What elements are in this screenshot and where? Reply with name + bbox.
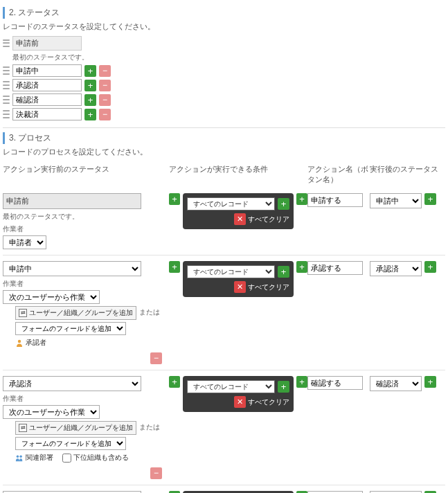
condition-box: すべてのレコード+✕ すべてクリア: [183, 193, 294, 229]
status-input[interactable]: [12, 79, 82, 91]
process-header: アクション実行前のステータス アクションが実行できる条件 アクション名（ボタン名…: [3, 161, 445, 188]
add-button[interactable]: +: [296, 193, 307, 205]
condition-select[interactable]: すべてのレコード: [187, 265, 275, 278]
add-button[interactable]: +: [296, 261, 307, 273]
user-chip: 関連部署下位組織も含める: [15, 453, 129, 463]
org-btn-label: ユーザー／組織／グループを追加: [29, 308, 133, 318]
after-status-select[interactable]: 申請中: [370, 193, 422, 208]
svg-point-0: [18, 340, 21, 343]
status-first-input: 申請前: [12, 36, 82, 51]
clear-all-button[interactable]: ✕ すべてクリア: [234, 213, 289, 225]
condition-box: すべてのレコード+✕ すべてクリア: [183, 261, 294, 297]
add-button[interactable]: +: [84, 109, 96, 120]
action-name-input[interactable]: [307, 376, 363, 390]
delete-button[interactable]: −: [99, 109, 111, 120]
action-name-input[interactable]: [307, 261, 363, 275]
svg-point-1: [17, 456, 19, 458]
drag-handle-icon[interactable]: [3, 39, 10, 48]
action-name-input[interactable]: [307, 193, 363, 207]
before-status-select[interactable]: 申請中: [3, 261, 141, 276]
worker-from-select[interactable]: 次のユーザーから作業者を選択: [3, 290, 100, 304]
add-button[interactable]: +: [424, 261, 436, 273]
condition-box: すべてのレコード+✕ すべてクリア: [183, 376, 294, 412]
add-button[interactable]: +: [84, 65, 96, 77]
add-button[interactable]: +: [84, 80, 96, 91]
after-status-select[interactable]: 確認済: [370, 376, 422, 391]
user-name: 承認者: [26, 338, 46, 348]
drag-handle-icon[interactable]: [3, 95, 10, 105]
delete-button[interactable]: −: [99, 94, 111, 106]
condition-select[interactable]: すべてのレコード: [187, 197, 275, 210]
add-button[interactable]: +: [84, 94, 96, 106]
clear-icon[interactable]: ✕: [234, 396, 246, 408]
add-button[interactable]: +: [169, 193, 180, 205]
header-cond: アクションが実行できる条件: [169, 164, 307, 185]
status-input[interactable]: [12, 64, 82, 77]
add-button[interactable]: +: [169, 376, 180, 388]
field-select[interactable]: フォームのフィールドを追加: [15, 322, 126, 335]
header-action: アクション名（ボタン名）: [307, 164, 370, 185]
condition-select[interactable]: すべてのレコード: [187, 380, 275, 393]
delete-button[interactable]: −: [150, 467, 162, 479]
suborg-checkbox[interactable]: [62, 454, 71, 463]
drag-handle-icon[interactable]: [3, 66, 10, 75]
clear-label: すべてクリア: [248, 397, 289, 407]
first-note: 最初のステータスです。: [3, 212, 169, 222]
drag-handle-icon[interactable]: [3, 109, 10, 119]
clear-icon[interactable]: ✕: [234, 281, 246, 293]
cond-add-button[interactable]: +: [278, 381, 289, 393]
suborg-label: 下位組織も含める: [73, 453, 129, 463]
worker-label: 作業者: [3, 224, 169, 234]
add-button[interactable]: +: [424, 376, 436, 388]
add-org-button[interactable]: ⇄ユーザー／組織／グループを追加: [15, 306, 136, 320]
org-icon: ⇄: [19, 309, 27, 317]
clear-label: すべてクリア: [248, 215, 289, 224]
add-org-button[interactable]: ⇄ユーザー／組織／グループを追加: [15, 421, 136, 435]
user-icon: [15, 454, 24, 462]
header-before: アクション実行前のステータス: [3, 164, 169, 185]
org-btn-label: ユーザー／組織／グループを追加: [29, 423, 133, 433]
drag-handle-icon[interactable]: [3, 80, 10, 90]
status-input[interactable]: [12, 93, 82, 106]
user-icon: [15, 339, 24, 347]
add-button[interactable]: +: [424, 193, 436, 205]
after-status-select[interactable]: 承認済: [370, 261, 422, 276]
clear-icon[interactable]: ✕: [234, 213, 246, 225]
before-status-select: 申請前: [3, 193, 141, 209]
clear-all-button[interactable]: ✕ すべてクリア: [234, 396, 289, 408]
section3-desc: レコードのプロセスを設定してください。: [3, 147, 445, 157]
clear-all-button[interactable]: ✕ すべてクリア: [234, 281, 289, 293]
cond-add-button[interactable]: +: [278, 198, 289, 210]
cond-add-button[interactable]: +: [278, 266, 289, 278]
worker-label: 作業者: [3, 394, 169, 404]
first-status-note: 最初のステータスです。: [12, 53, 445, 62]
delete-button[interactable]: −: [150, 352, 162, 364]
worker-select[interactable]: 申請者: [3, 235, 46, 249]
user-name: 関連部署: [26, 453, 53, 463]
add-button[interactable]: +: [296, 376, 307, 388]
divider: [3, 127, 445, 128]
worker-from-select[interactable]: 次のユーザーから作業者を選択: [3, 405, 100, 419]
delete-button[interactable]: −: [99, 80, 111, 91]
delete-button[interactable]: −: [99, 65, 111, 77]
section2-title: 2. ステータス: [3, 7, 445, 19]
org-icon: ⇄: [19, 424, 27, 432]
worker-label: 作業者: [3, 279, 169, 289]
before-status-select[interactable]: 承認済: [3, 376, 141, 391]
or-text: または: [139, 308, 160, 316]
clear-label: すべてクリア: [248, 283, 289, 292]
header-after: 実行後のステータス: [370, 164, 439, 185]
section2-desc: レコードのステータスを設定してください。: [3, 21, 445, 32]
or-text: または: [139, 423, 160, 431]
section3-title: 3. プロセス: [3, 132, 445, 144]
svg-point-2: [19, 456, 21, 458]
user-chip: 承認者: [15, 338, 46, 348]
add-button[interactable]: +: [169, 261, 180, 273]
field-select[interactable]: フォームのフィールドを追加: [15, 437, 126, 450]
status-input[interactable]: [12, 108, 82, 120]
